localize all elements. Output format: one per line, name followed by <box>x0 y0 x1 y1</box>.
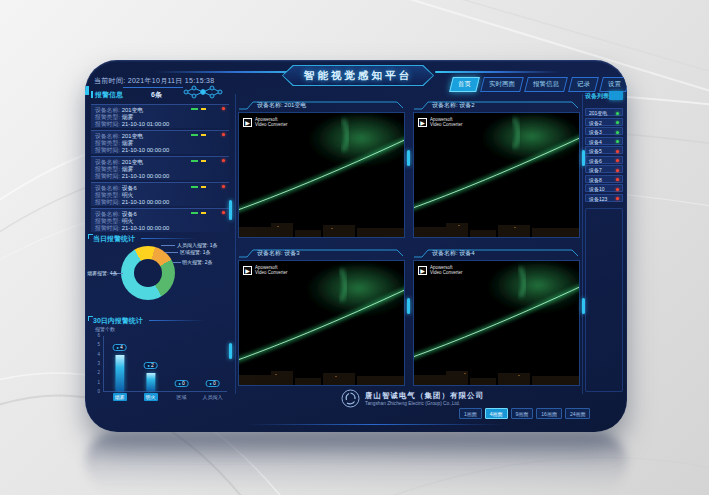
alarm-card[interactable]: 设备名称:201变电 报警类型:烟雾 报警时间:21-10-10 01:00:0… <box>91 104 229 128</box>
alarm-card[interactable]: 设备名称:201变电 报警类型:烟雾 报警时间:21-10-10 00:00:0… <box>91 156 229 180</box>
nav-tab-alarm-info[interactable]: 报警信息 <box>524 77 568 92</box>
status-dot <box>616 169 619 172</box>
device-row[interactable]: 设备2 <box>585 118 623 126</box>
network-nodes-icon <box>181 85 225 99</box>
cell-accent-bar <box>407 298 410 314</box>
company-name-cn: 唐山智诚电气（集团）有限公司 <box>365 391 484 401</box>
layout-1-button[interactable]: 1画面 <box>459 408 482 419</box>
video-title: 设备名称: 201变电 <box>257 101 306 110</box>
video-header: 设备名称: 设备4 <box>412 246 581 260</box>
bar-value-bubble: 0 <box>174 380 189 387</box>
company-name-en: Tangshan Zhicheng Electric (Group) Co.,L… <box>365 401 460 406</box>
video-cell-2: 设备名称: 设备2 ▶ <box>412 98 581 240</box>
status-dot <box>616 159 619 162</box>
donut-label-smoke: 烟雾报警: 4条 <box>87 270 118 276</box>
edge-notch-decoration <box>85 86 89 95</box>
device-row[interactable]: 设备6 <box>585 156 623 164</box>
bar-column-zone: 0 区域 <box>166 336 197 391</box>
video-header: 设备名称: 设备2 <box>412 98 581 112</box>
video-title: 设备名称: 设备2 <box>432 101 475 110</box>
today-alarm-donut-chart <box>121 246 175 300</box>
alarm-indicator <box>191 159 225 163</box>
video-cell-3: 设备名称: 设备3 ▶ <box>237 246 406 388</box>
watermark: ▶ ApowersoftVideo Converter <box>243 117 287 127</box>
alarm-list-scrollbar[interactable] <box>229 200 232 220</box>
device-list-detail-panel <box>585 208 623 392</box>
device-row[interactable]: 设备3 <box>585 127 623 135</box>
video-cell-4: 设备名称: 设备4 ▶ <box>412 246 581 388</box>
video-feed[interactable]: ▶ ApowersoftVideo Converter <box>238 260 405 386</box>
today-stats-title: 当日报警统计 <box>93 234 135 244</box>
bar-chart-y-axis-label: 报警个数 <box>95 326 115 332</box>
alarm-indicator <box>191 107 225 111</box>
device-row[interactable]: 设备4 <box>585 137 623 145</box>
layout-16-button[interactable]: 16画面 <box>536 408 562 419</box>
layout-24-button[interactable]: 24画面 <box>565 408 591 419</box>
y-tick: 1 <box>88 380 100 385</box>
alarm-indicator <box>191 185 225 189</box>
nav-tab-home[interactable]: 首页 <box>449 77 480 92</box>
panel-reflection <box>85 433 627 491</box>
alarm-indicator <box>191 133 225 137</box>
desktop-background: 当前时间: 2021年10月11日 15:15:38 智能视觉感知平台 首页 实… <box>0 0 709 495</box>
dashboard-panel: 当前时间: 2021年10月11日 15:15:38 智能视觉感知平台 首页 实… <box>85 60 627 432</box>
device-list-title: 设备列表 <box>585 92 609 101</box>
cell-accent-bar <box>407 150 410 166</box>
alarm-count: 6条 <box>151 90 162 100</box>
status-dot <box>616 131 619 134</box>
monthly-stats-title: 30日内报警统计 <box>93 316 143 326</box>
status-dot <box>616 140 619 143</box>
aurora-video-frame <box>239 261 405 386</box>
video-feed[interactable]: ▶ ApowersoftVideo Converter <box>238 112 405 238</box>
divider-left <box>235 94 236 394</box>
device-row[interactable]: 设备10 <box>585 184 623 192</box>
video-feed[interactable]: ▶ ApowersoftVideo Converter <box>413 260 580 386</box>
watermark: ▶ ApowersoftVideo Converter <box>418 117 462 127</box>
nav-tab-live-view[interactable]: 实时画面 <box>480 77 524 92</box>
y-tick: 0 <box>88 389 100 394</box>
device-row[interactable]: 设备123 <box>585 194 623 202</box>
aurora-video-frame <box>414 113 580 238</box>
watermark-logo-icon: ▶ <box>418 266 427 275</box>
bar-value-bubble: 2 <box>143 362 158 369</box>
sidebar-scrollbar[interactable] <box>229 343 232 359</box>
device-row[interactable]: 设备5 <box>585 146 623 154</box>
alarm-card[interactable]: 设备名称:201变电 报警类型:烟雾 报警时间:21-10-10 00:00:0… <box>91 130 229 154</box>
status-dot <box>616 188 619 191</box>
x-label-smoke: 烟雾 <box>113 393 127 401</box>
video-feed[interactable]: ▶ ApowersoftVideo Converter <box>413 112 580 238</box>
nav-tab-settings[interactable]: 设置 <box>599 77 627 92</box>
layout-9-button[interactable]: 9画面 <box>511 408 534 419</box>
layout-4-button[interactable]: 4画面 <box>485 408 508 419</box>
device-list-tab[interactable] <box>609 91 623 100</box>
status-dot <box>616 197 619 200</box>
alarm-card[interactable]: 设备名称:设备6 报警类型:明火 报警时间:21-10-10 00:00:00 <box>91 208 229 232</box>
bar-value-bubble: 0 <box>205 380 220 387</box>
video-title: 设备名称: 设备3 <box>257 249 300 258</box>
device-row[interactable]: 设备7 <box>585 165 623 173</box>
donut-label-intrusion: 人员闯入报警: 1条 <box>177 242 218 248</box>
alarm-header-line <box>123 87 183 88</box>
donut-label-flame: 明火报警: 2条 <box>182 259 213 265</box>
y-tick: 2 <box>88 370 100 375</box>
divider-right <box>582 94 583 394</box>
x-label-flame: 明火 <box>144 393 158 401</box>
screen-layout-switcher: 1画面 4画面 9画面 16画面 24画面 <box>459 408 589 419</box>
y-tick: 5 <box>88 342 100 347</box>
bottom-line-decoration <box>245 424 505 425</box>
alarm-card[interactable]: 设备名称:设备6 报警类型:明火 报警时间:21-10-10 00:00:00 <box>91 182 229 206</box>
page-title-text: 智能视觉感知平台 <box>304 69 412 83</box>
y-tick: 4 <box>88 352 100 357</box>
page-title: 智能视觉感知平台 <box>282 65 434 86</box>
donut-leader-line <box>161 245 175 246</box>
video-cell-1: 设备名称: 201变电 ▶ <box>237 98 406 240</box>
device-row[interactable]: 设备8 <box>585 175 623 183</box>
top-nav: 首页 实时画面 报警信息 记录 设置 <box>451 77 627 92</box>
monthly-alarm-bar-chart: 4 烟雾 2 明火 0 区域 0 人员闯入 <box>103 336 227 392</box>
y-tick: 6 <box>88 333 100 338</box>
nav-tab-records[interactable]: 记录 <box>568 77 599 92</box>
status-dot <box>616 121 619 124</box>
device-row[interactable]: 201变电 <box>585 108 623 116</box>
header-line-right <box>435 71 560 73</box>
donut-leader-line <box>165 252 178 253</box>
